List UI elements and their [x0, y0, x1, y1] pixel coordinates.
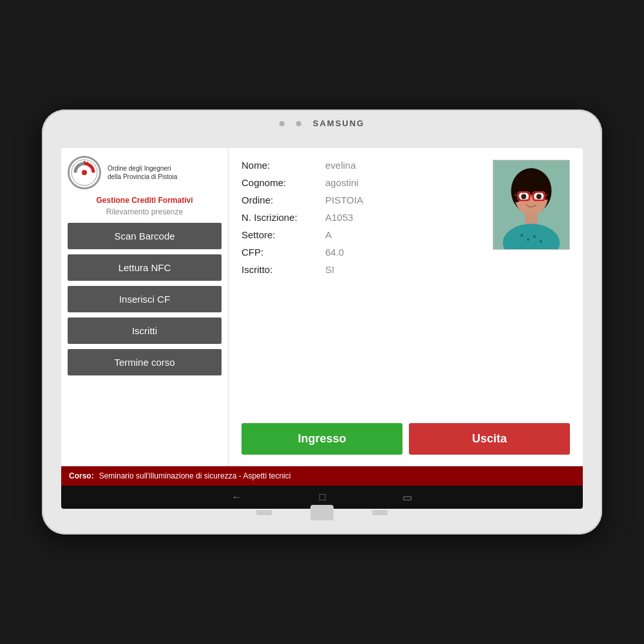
back-icon[interactable]: ← — [232, 491, 242, 503]
home-icon[interactable]: □ — [319, 491, 326, 503]
settore-value: A — [325, 229, 482, 240]
lettura-nfc-button[interactable]: Lettura NFC — [68, 254, 222, 281]
cfp-value: 64.0 — [325, 247, 482, 258]
settore-row: Settore: A — [242, 229, 482, 240]
screen-content: Ordine degli Ingegneri della Provincia d… — [61, 148, 583, 466]
tablet-top-bar: SAMSUNG — [279, 118, 365, 128]
iscrizione-row: N. Iscrizione: A1053 — [242, 212, 482, 223]
hw-menu-button[interactable] — [256, 510, 272, 515]
iscrizione-label: N. Iscrizione: — [242, 212, 325, 223]
ordine-label: Ordine: — [242, 194, 325, 205]
scan-barcode-button[interactable]: Scan Barcode — [68, 223, 222, 249]
info-table: Nome: evelina Cognome: agostini Ordine: … — [242, 160, 482, 413]
termine-corso-button[interactable]: Termine corso — [68, 349, 222, 375]
iscritto-label: Iscritto: — [242, 264, 325, 275]
nome-row: Nome: evelina — [242, 160, 482, 171]
corso-label: Corso: — [69, 471, 94, 480]
svg-point-22 — [520, 234, 523, 236]
hw-home-button[interactable] — [310, 505, 334, 520]
cfp-label: CFP: — [242, 247, 325, 258]
brand-label: SAMSUNG — [313, 118, 365, 128]
iscritto-row: Iscritto: SI — [242, 264, 482, 275]
nome-value: evelina — [325, 160, 482, 171]
action-buttons: Ingresso Uscita — [242, 423, 570, 455]
org-logo — [68, 156, 101, 189]
uscita-button[interactable]: Uscita — [409, 423, 570, 455]
svg-point-24 — [533, 235, 536, 238]
camera-dot-right — [296, 121, 301, 126]
corso-value: Seminario sull'illuminazione di sicurezz… — [99, 471, 291, 480]
inserisci-cf-button[interactable]: Inserisci CF — [68, 286, 222, 312]
ingresso-button[interactable]: Ingresso — [242, 423, 402, 455]
tablet-device: SAMSUNG — [42, 109, 602, 535]
cognome-row: Cognome: agostini — [242, 177, 482, 188]
svg-point-16 — [536, 194, 542, 199]
person-photo — [493, 160, 570, 250]
cognome-value: agostini — [325, 177, 482, 188]
info-grid: Nome: evelina Cognome: agostini Ordine: … — [242, 160, 570, 413]
iscritti-button[interactable]: Iscritti — [68, 317, 222, 344]
iscritto-value: SI — [325, 264, 482, 275]
camera-dot-left — [279, 121, 285, 126]
ordine-value: PISTOIA — [325, 194, 482, 205]
svg-point-23 — [527, 238, 529, 241]
iscrizione-value: A1053 — [325, 212, 482, 223]
app-subtitle: Rilevamento presenze — [68, 207, 222, 216]
app-title: Gestione Crediti Formativi — [68, 196, 222, 205]
hardware-buttons — [256, 505, 388, 520]
recent-icon[interactable]: ▭ — [402, 491, 412, 504]
svg-point-15 — [521, 194, 526, 199]
hw-back-button[interactable] — [372, 510, 388, 515]
cognome-label: Cognome: — [242, 177, 325, 188]
svg-point-25 — [540, 240, 542, 243]
ordine-row: Ordine: PISTOIA — [242, 194, 482, 205]
logo-text: Ordine degli Ingegneri della Provincia d… — [108, 164, 177, 181]
main-content: Nome: evelina Cognome: agostini Ordine: … — [229, 148, 583, 466]
screen: Ordine degli Ingegneri della Provincia d… — [61, 148, 583, 509]
sidebar: Ordine degli Ingegneri della Provincia d… — [61, 148, 229, 466]
nome-label: Nome: — [242, 160, 325, 171]
status-bar: Corso: Seminario sull'illuminazione di s… — [61, 466, 583, 486]
logo-area: Ordine degli Ingegneri della Provincia d… — [68, 156, 222, 189]
cfp-row: CFP: 64.0 — [242, 247, 482, 258]
svg-point-2 — [82, 170, 87, 175]
settore-label: Settore: — [242, 229, 325, 240]
